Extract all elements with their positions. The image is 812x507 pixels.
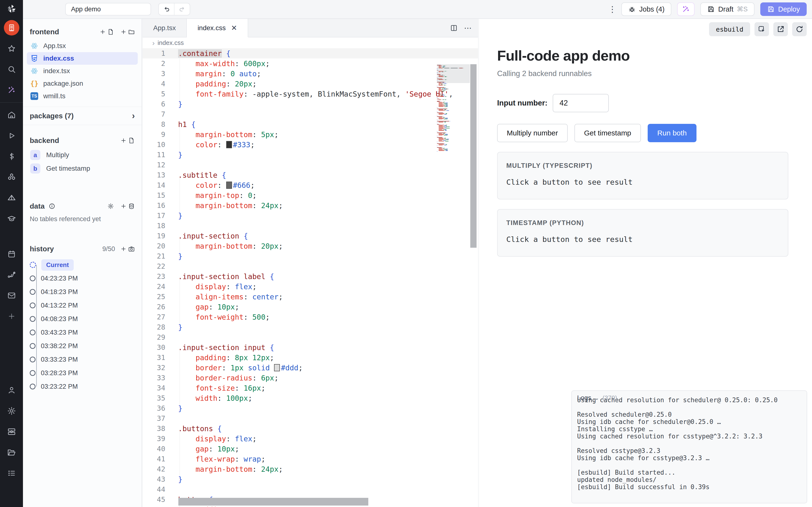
vertical-scrollbar[interactable] (470, 64, 476, 248)
run-both-button[interactable]: Run both (648, 124, 697, 142)
plus-icon[interactable] (0, 306, 23, 327)
data-empty-text: No tables referenced yet (23, 214, 142, 224)
horizontal-scrollbar[interactable] (179, 498, 368, 506)
timeline-dot-icon (30, 330, 36, 335)
variables-dollar-icon[interactable] (0, 146, 23, 167)
home-icon[interactable] (0, 105, 23, 125)
backend-title: backend (30, 136, 59, 145)
timeline-dot-icon (30, 316, 36, 322)
history-timestamp: 03:33:23 PM (41, 356, 78, 363)
editor-more-icon[interactable]: ⋯ (464, 23, 472, 33)
deploy-button[interactable]: Deploy (760, 2, 807, 16)
timeline-dot-icon (30, 384, 36, 389)
history-entry-row[interactable]: 04:08:23 PM (23, 312, 142, 326)
history-entry-row[interactable]: 03:33:23 PM (23, 353, 142, 366)
ai-wand-icon[interactable] (0, 80, 23, 101)
undo-button[interactable] (159, 3, 174, 15)
data-settings-gear-icon[interactable] (107, 203, 114, 210)
draft-save-button[interactable]: Draft ⌘S (700, 2, 755, 16)
history-entry-row[interactable]: 03:38:22 PM (23, 339, 142, 353)
left-icon-rail (0, 0, 23, 507)
file-item-wmill-ts[interactable]: TSwmill.ts (27, 90, 138, 102)
multiply-number-button[interactable]: Multiply number (497, 124, 568, 142)
worker-groups-icon[interactable] (0, 421, 23, 442)
history-timestamp: 04:23:23 PM (41, 275, 78, 282)
input-number-label: Input number: (497, 99, 547, 107)
history-entry-row[interactable]: 04:23:23 PM (23, 272, 142, 285)
gear-icon[interactable] (0, 400, 23, 421)
add-folder-button[interactable] (120, 29, 135, 35)
redo-button[interactable] (174, 3, 190, 15)
chevron-right-icon: › (132, 111, 135, 121)
history-entry-row[interactable]: 04:13:22 PM (23, 299, 142, 312)
snapshot-button[interactable] (120, 245, 135, 252)
file-list: App.tsxindex.cssindex.tsx{}package.jsonT… (23, 40, 142, 102)
schedules-calendar-icon[interactable] (0, 243, 23, 264)
resources-cubes-icon[interactable] (0, 167, 23, 187)
get-timestamp-button[interactable]: Get timestamp (574, 124, 641, 142)
favorites-star-icon[interactable] (0, 38, 23, 59)
add-runnable-button[interactable] (120, 137, 135, 144)
file-item-index-tsx[interactable]: index.tsx (27, 65, 138, 77)
history-entry-row[interactable]: 04:18:23 PM (23, 285, 142, 299)
audit-logs-list-icon[interactable] (0, 463, 23, 484)
file-item-package-json[interactable]: {}package.json (27, 77, 138, 90)
history-current-row[interactable]: Current (23, 258, 142, 272)
inspect-button[interactable] (755, 22, 769, 36)
user-icon[interactable] (0, 380, 23, 400)
ts-file-icon: TS (30, 92, 39, 100)
packages-row[interactable]: packages (7) › (23, 107, 142, 125)
graduation-cap-icon[interactable] (0, 208, 23, 229)
add-file-button[interactable] (100, 29, 114, 35)
code-pane[interactable]: 1.container {2 max-width: 600px;3 margin… (143, 48, 478, 507)
windmill-logo[interactable] (0, 0, 23, 17)
open-external-button[interactable] (773, 22, 788, 36)
prism-icon[interactable] (0, 187, 23, 208)
color-swatch (226, 141, 232, 148)
tab-app-tsx[interactable]: App.tsx (143, 19, 187, 37)
refresh-button[interactable] (792, 22, 807, 36)
breadcrumb-file: index.css (158, 39, 184, 47)
folders-icon[interactable] (0, 442, 23, 463)
app-name-input[interactable]: App demo (65, 3, 151, 15)
explorer-sidebar: frontend App.tsxindex.cssindex.tsx{}pack… (23, 19, 142, 507)
chevron-down-icon[interactable]: ⌄ (595, 395, 599, 401)
react-file-icon (30, 42, 39, 50)
close-icon[interactable]: ✕ (231, 24, 237, 32)
number-input[interactable]: 42 (553, 94, 609, 112)
file-name: package.json (43, 80, 83, 88)
mail-icon[interactable] (0, 285, 23, 306)
add-table-button[interactable] (120, 203, 135, 210)
split-editor-icon[interactable] (450, 24, 458, 32)
history-entry-row[interactable]: 03:28:23 PM (23, 366, 142, 380)
history-entry-row[interactable]: 03:43:23 PM (23, 326, 142, 339)
minimap-slider[interactable] (437, 64, 470, 83)
file-item-index-css[interactable]: index.css (27, 52, 138, 65)
breadcrumb[interactable]: › index.css (143, 38, 478, 48)
timeline-dot-icon (30, 370, 36, 376)
frontend-title: frontend (30, 28, 59, 36)
file-item-App-tsx[interactable]: App.tsx (27, 40, 138, 52)
history-entry-row[interactable]: 03:23:22 PM (23, 380, 142, 393)
logs-panel[interactable]: Logs ⌄ (379) Using cached resolution for… (571, 390, 807, 503)
runnable-item-a[interactable]: aMultiply (27, 148, 138, 162)
jobs-label: Jobs (4) (639, 5, 665, 13)
more-menu-icon[interactable]: ⋮ (608, 4, 615, 14)
multiply-result-card: MULTIPLY (TYPESCRIPT) Click a button to … (497, 152, 788, 200)
jobs-button[interactable]: Jobs (4) (621, 2, 671, 16)
bundler-badge: esbuild (709, 22, 750, 36)
apps-nav-item[interactable] (0, 17, 23, 38)
tab-index-css[interactable]: index.css ✕ (187, 19, 248, 38)
flows-icon[interactable] (0, 264, 23, 285)
history-count: 9/50 (102, 245, 115, 253)
ai-assistant-button[interactable] (677, 2, 695, 16)
history-timestamp: 03:23:22 PM (41, 383, 78, 390)
runs-play-icon[interactable] (0, 125, 23, 146)
frontend-section-header: frontend (23, 24, 142, 40)
logs-title: Logs (577, 394, 591, 402)
file-name: index.css (43, 55, 74, 62)
runnable-item-b[interactable]: bGet timestamp (27, 162, 138, 175)
app-subtitle: Calling 2 backend runnables (497, 69, 812, 78)
search-icon[interactable] (0, 59, 23, 80)
timeline-dot-icon (30, 343, 36, 349)
